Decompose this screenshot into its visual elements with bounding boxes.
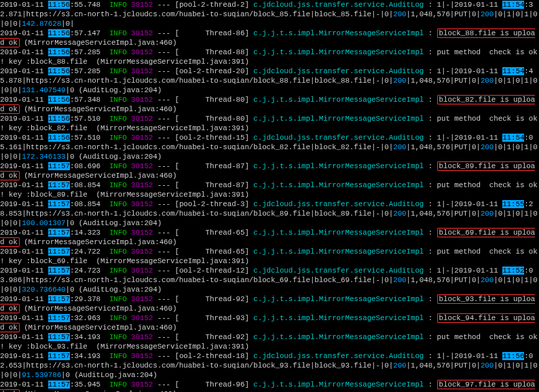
log-time: 11:57: [48, 200, 70, 208]
log-seconds: :34.193: [70, 352, 109, 360]
log-class: c.j.j.t.s.impl.MirrorMessageServiceImpl: [253, 48, 428, 56]
log-thread: [ Thread-80]: [174, 115, 253, 123]
log-thread: [pool-2-thread-2]: [174, 1, 253, 9]
log-date: 2019-01-11: [0, 1, 48, 9]
log-line: 2019-01-11 11:57:29.378 INFO 30152 --- […: [0, 294, 539, 313]
log-date: 2019-01-11: [0, 380, 48, 389]
log-dashes: ---: [157, 248, 170, 256]
log-level: INFO: [109, 295, 127, 303]
log-thread: [ Thread-92]: [174, 333, 253, 341]
log-pid: 30152: [131, 67, 153, 75]
log-level: INFO: [109, 380, 127, 389]
log-dashes: ---: [157, 295, 170, 303]
log-level: INFO: [109, 267, 127, 275]
log-time-inner: 11:54: [502, 67, 524, 75]
log-date: 2019-01-11: [0, 333, 48, 341]
log-time: 11:57: [48, 352, 70, 360]
log-time: 11:56: [48, 48, 70, 56]
log-date: 2019-01-11: [0, 162, 48, 170]
log-seconds: :57.285: [70, 48, 109, 56]
log-dashes: ---: [157, 229, 170, 237]
log-class: c.jdcloud.jss.transfer.service.AuditLog: [253, 267, 428, 275]
log-class: c.j.j.t.s.impl.MirrorMessageServiceImpl: [253, 29, 428, 37]
log-date: 2019-01-11: [0, 181, 48, 189]
log-dashes: ---: [157, 96, 170, 104]
log-pid: 30152: [131, 380, 153, 389]
log-thread: [ Thread-87]: [174, 181, 253, 189]
log-date: 2019-01-11: [0, 248, 48, 256]
log-dashes: ---: [157, 1, 170, 9]
log-thread: [ Thread-80]: [174, 96, 253, 104]
log-line: 2019-01-11 11:57:34.193 INFO 30152 --- […: [0, 351, 539, 380]
log-dashes: ---: [157, 380, 170, 389]
log-dashes: ---: [157, 267, 170, 275]
log-time: 11:56: [48, 115, 70, 123]
log-time: 11:57: [48, 333, 70, 341]
log-dashes: ---: [157, 67, 170, 75]
log-level: INFO: [109, 200, 127, 208]
log-level: INFO: [109, 96, 127, 104]
log-time: 11:57: [48, 229, 70, 237]
log-time: 11:57: [48, 267, 70, 275]
log-date: 2019-01-11: [0, 314, 48, 322]
log-class: c.j.j.t.s.impl.MirrorMessageServiceImpl: [253, 380, 428, 389]
log-level: INFO: [109, 181, 127, 189]
log-pid: 30152: [131, 162, 153, 170]
log-seconds: :24.723: [70, 267, 109, 275]
log-pid: 30152: [131, 134, 153, 142]
log-pid: 30152: [131, 48, 153, 56]
log-line: 2019-01-11 11:57:34.193 INFO 30152 --- […: [0, 332, 539, 351]
log-thread: [ Thread-96]: [174, 380, 253, 389]
log-thread: [ Thread-93]: [174, 314, 253, 322]
log-pid: 30152: [131, 267, 153, 275]
log-time: 11:56: [48, 29, 70, 37]
log-class: c.jdcloud.jss.transfer.service.AuditLog: [253, 134, 428, 142]
log-date: 2019-01-11: [0, 115, 48, 123]
log-line: 2019-01-11 11:56:57.285 INFO 30152 --- […: [0, 66, 539, 95]
log-level: INFO: [109, 333, 127, 341]
log-level: INFO: [109, 248, 127, 256]
log-time-inner: 11:56: [502, 352, 524, 360]
log-time: 11:57: [48, 295, 70, 303]
log-pid: 30152: [131, 181, 153, 189]
log-dashes: ---: [157, 115, 170, 123]
log-dashes: ---: [157, 314, 170, 322]
log-date: 2019-01-11: [0, 67, 48, 75]
log-output[interactable]: 2019-01-11 11:56:55.748 INFO 30152 --- […: [0, 0, 539, 392]
log-line: 2019-01-11 11:57:24.722 INFO 30152 --- […: [0, 247, 539, 266]
log-line: 2019-01-11 11:56:57.147 INFO 30152 --- […: [0, 28, 539, 47]
log-class: c.j.j.t.s.impl.MirrorMessageServiceImpl: [253, 295, 428, 303]
log-thread: [ Thread-87]: [174, 162, 253, 170]
log-level: INFO: [109, 29, 127, 37]
log-class: c.j.j.t.s.impl.MirrorMessageServiceImpl: [253, 229, 428, 237]
log-seconds: :57.348: [70, 96, 109, 104]
log-time: 11:57: [48, 181, 70, 189]
log-class: c.j.j.t.s.impl.MirrorMessageServiceImpl: [253, 115, 428, 123]
log-dashes: ---: [157, 352, 170, 360]
log-date: 2019-01-11: [0, 96, 48, 104]
log-pid: 30152: [131, 96, 153, 104]
log-thread: [ool-2-thread-15]: [174, 134, 253, 142]
log-seconds: :57.147: [70, 29, 109, 37]
log-pid: 30152: [131, 295, 153, 303]
log-line: 2019-01-11 11:56:57.348 INFO 30152 --- […: [0, 95, 539, 114]
log-seconds: :32.963: [70, 314, 109, 322]
log-level: INFO: [109, 48, 127, 56]
log-seconds: :08.854: [70, 200, 109, 208]
log-time: 11:57: [48, 380, 70, 389]
log-line: 2019-01-11 11:56:57.285 INFO 30152 --- […: [0, 47, 539, 66]
log-date: 2019-01-11: [0, 229, 48, 237]
log-thread: [ool-2-thread-18]: [174, 352, 253, 360]
log-dashes: ---: [157, 48, 170, 56]
log-seconds: :14.323: [70, 229, 109, 237]
log-pid: 30152: [131, 115, 153, 123]
log-line: 2019-01-11 11:56:55.748 INFO 30152 --- […: [0, 0, 539, 28]
log-pid: 30152: [131, 352, 153, 360]
log-date: 2019-01-11: [0, 200, 48, 208]
log-line: 2019-01-11 11:57:32.963 INFO 30152 --- […: [0, 313, 539, 332]
log-time-inner: 11:55: [502, 200, 524, 208]
log-seconds: :55.748: [70, 1, 109, 9]
log-pid: 30152: [131, 1, 153, 9]
log-thread: [ Thread-65]: [174, 248, 253, 256]
log-pid: 30152: [131, 200, 153, 208]
